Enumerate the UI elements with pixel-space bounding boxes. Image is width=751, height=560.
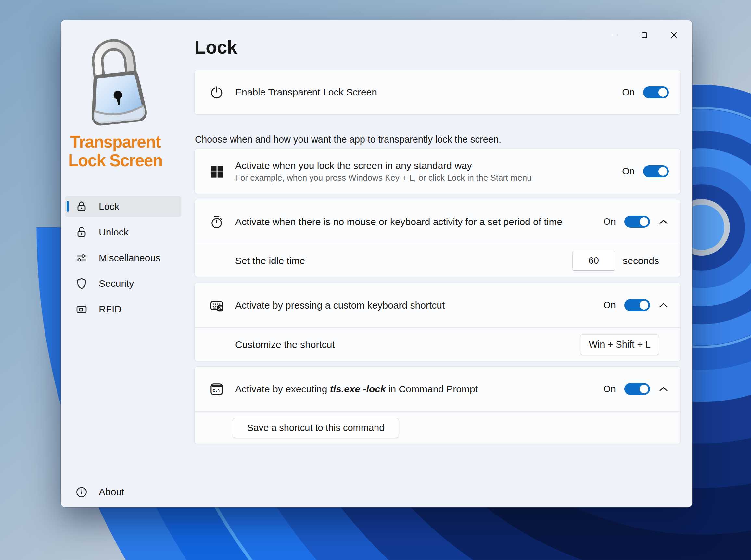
toggle-state-label: On bbox=[603, 216, 616, 227]
idle-activation-card: Activate when there is no mouse or keybo… bbox=[194, 199, 681, 277]
save-shortcut-button[interactable]: Save a shortcut to this command bbox=[232, 418, 399, 438]
command-prompt-card: C:\ Activate by executing tls.exe -lock … bbox=[194, 366, 681, 444]
app-logo: Transparent Lock Screen bbox=[61, 28, 170, 169]
command-title: Activate by executing tls.exe -lock in C… bbox=[235, 383, 478, 395]
enable-label: Enable Transparent Lock Screen bbox=[235, 86, 377, 98]
shortcut-title: Activate by pressing a custom keyboard s… bbox=[235, 299, 445, 311]
standard-lock-card: Activate when you lock the screen in any… bbox=[194, 149, 681, 194]
sidebar-item-label: About bbox=[99, 486, 124, 498]
enable-card: Enable Transparent Lock Screen On bbox=[194, 70, 681, 115]
info-icon bbox=[75, 486, 88, 499]
idle-unit-label: seconds bbox=[623, 255, 659, 266]
idle-seconds-input[interactable] bbox=[572, 251, 615, 271]
sidebar-item-label: Lock bbox=[99, 201, 119, 212]
keyboard-shortcut-icon bbox=[210, 299, 223, 312]
toggle-state-label: On bbox=[603, 384, 616, 394]
minimize-icon bbox=[611, 35, 618, 35]
sidebar-item-label: Unlock bbox=[99, 227, 129, 238]
app-logo-text: Transparent Lock Screen bbox=[62, 133, 168, 169]
idle-title: Activate when there is no mouse or keybo… bbox=[235, 216, 562, 228]
sidebar-item-label: Security bbox=[99, 278, 134, 289]
sliders-icon bbox=[75, 252, 88, 264]
sidebar-item-lock[interactable]: Lock bbox=[65, 196, 181, 217]
sidebar-nav: Lock Unlock Miscellaneous Security bbox=[65, 196, 181, 324]
sidebar-item-miscellaneous[interactable]: Miscellaneous bbox=[65, 247, 181, 268]
sidebar-about: About bbox=[65, 481, 181, 507]
lock-icon bbox=[75, 200, 88, 213]
sidebar: Transparent Lock Screen Lock Unlock bbox=[61, 20, 194, 507]
standard-toggle[interactable] bbox=[643, 165, 669, 177]
customize-shortcut-label: Customize the shortcut bbox=[235, 339, 335, 350]
toggle-state-label: On bbox=[603, 300, 616, 311]
sidebar-item-rfid[interactable]: RFID bbox=[65, 299, 181, 320]
enable-toggle[interactable] bbox=[643, 86, 669, 98]
collapse-chevron-up-icon[interactable] bbox=[659, 302, 668, 308]
stopwatch-icon bbox=[210, 215, 223, 229]
toggle-state-label: On bbox=[622, 87, 635, 98]
command-toggle[interactable] bbox=[624, 383, 650, 395]
collapse-chevron-up-icon[interactable] bbox=[659, 386, 668, 392]
shield-icon bbox=[75, 277, 88, 290]
shortcut-toggle[interactable] bbox=[624, 299, 650, 311]
power-icon bbox=[210, 85, 223, 99]
app-window: Transparent Lock Screen Lock Unlock bbox=[61, 20, 692, 507]
toggle-state-label: On bbox=[622, 166, 635, 177]
keyboard-shortcut-card: Activate by pressing a custom keyboard s… bbox=[194, 283, 681, 361]
desktop: { "colors": { "accent": "#0d6ec7", "logo… bbox=[0, 0, 751, 560]
maximize-button[interactable] bbox=[629, 21, 659, 49]
main-content: Lock Enable Transparent Lock Screen On C… bbox=[194, 20, 681, 507]
standard-title: Activate when you lock the screen in any… bbox=[235, 160, 532, 172]
shortcut-value-button[interactable]: Win + Shift + L bbox=[580, 334, 659, 355]
maximize-icon bbox=[642, 33, 647, 38]
minimize-button[interactable] bbox=[599, 21, 629, 49]
windows-logo-icon bbox=[210, 165, 223, 178]
command-prompt-icon: C:\ bbox=[210, 382, 223, 396]
svg-text:C:\: C:\ bbox=[213, 388, 221, 393]
close-button[interactable] bbox=[659, 21, 689, 49]
idle-toggle[interactable] bbox=[624, 216, 650, 228]
page-title: Lock bbox=[195, 36, 237, 58]
sidebar-item-label: Miscellaneous bbox=[99, 253, 160, 263]
window-controls bbox=[599, 20, 692, 50]
command-text: tls.exe -lock bbox=[330, 384, 386, 394]
sidebar-item-about[interactable]: About bbox=[65, 481, 181, 502]
sidebar-item-label: RFID bbox=[99, 304, 121, 315]
logo-line2: Lock Screen bbox=[62, 151, 168, 169]
standard-subtitle: For example, when you press Windows Key … bbox=[235, 173, 532, 183]
collapse-chevron-up-icon[interactable] bbox=[659, 219, 668, 224]
padlock-logo-icon bbox=[79, 28, 152, 128]
unlock-icon bbox=[75, 226, 88, 239]
sidebar-item-unlock[interactable]: Unlock bbox=[65, 222, 181, 243]
rfid-card-icon bbox=[75, 303, 88, 316]
logo-line1: Transparent bbox=[62, 133, 168, 151]
close-icon bbox=[670, 32, 677, 39]
section-caption: Choose when and how you want the app to … bbox=[195, 134, 501, 145]
sidebar-item-security[interactable]: Security bbox=[65, 273, 181, 294]
idle-time-label: Set the idle time bbox=[235, 255, 305, 266]
